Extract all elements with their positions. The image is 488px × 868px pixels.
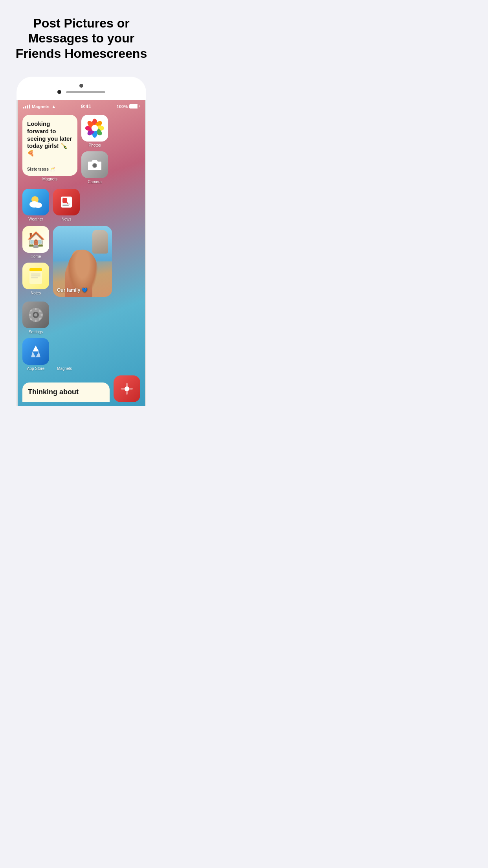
svg-rect-17 <box>62 205 69 206</box>
status-bar: Magnets ▲ 9:41 100% <box>18 100 145 111</box>
row-4: Settings App Store Magnets <box>22 302 140 371</box>
app-camera[interactable]: Camera <box>81 151 108 184</box>
app-settings[interactable]: Settings <box>22 302 49 334</box>
svg-rect-21 <box>31 276 40 276</box>
svg-point-25 <box>34 313 37 316</box>
carrier-name: Magnets <box>32 104 50 109</box>
row-4-left: Settings App Store <box>22 302 49 371</box>
settings-icon <box>22 302 49 328</box>
app-home[interactable]: 🏠 Home <box>22 226 49 259</box>
svg-rect-27 <box>35 320 37 322</box>
battery-icon <box>129 104 139 108</box>
svg-point-8 <box>92 125 98 132</box>
photos-icon <box>81 115 108 142</box>
magnets-photo-label: Magnets <box>57 366 72 371</box>
battery-percent: 100% <box>117 104 128 109</box>
news-icon <box>53 189 80 215</box>
wifi-icon: ▲ <box>52 104 56 108</box>
row-2: Weather News <box>22 189 140 221</box>
svg-rect-22 <box>31 278 38 278</box>
page-dot-active <box>57 90 61 94</box>
home-label: Home <box>31 254 41 259</box>
svg-rect-29 <box>40 314 43 316</box>
home-screen: Looking forward to seeing you later toda… <box>18 111 145 406</box>
status-right: 100% <box>117 104 139 109</box>
magnets-widget-label: Magnets <box>22 177 77 181</box>
bottom-small-icon[interactable] <box>114 375 140 402</box>
magnets-widget-from: Sisterssss 🥂 <box>27 167 73 172</box>
header-section: Post Pictures or Messages to your Friend… <box>0 0 163 69</box>
home-indicator <box>66 91 105 93</box>
notes-label: Notes <box>31 291 41 295</box>
bottom-widget[interactable]: Thinking about <box>22 383 110 402</box>
status-left: Magnets ▲ <box>23 104 56 109</box>
svg-rect-16 <box>62 204 70 204</box>
status-time: 9:41 <box>81 103 91 109</box>
weather-label: Weather <box>28 217 43 221</box>
row-1-right: Photos Camera <box>81 115 108 184</box>
front-camera <box>79 84 83 88</box>
magnets-widget[interactable]: Looking forward to seeing you later toda… <box>22 115 77 176</box>
magnets-widget-wrapper: Looking forward to seeing you later toda… <box>22 115 77 184</box>
bottom-widget-text: Thinking about <box>28 388 104 396</box>
app-photos[interactable]: Photos <box>81 115 108 147</box>
magnets-photo-label-area: Magnets <box>57 302 72 371</box>
app-store[interactable]: App Store <box>22 338 49 371</box>
svg-rect-36 <box>121 388 133 390</box>
row-1: Looking forward to seeing you later toda… <box>22 115 140 184</box>
photo-widget: Our family 💙 <box>53 226 112 297</box>
app-notes[interactable]: Notes <box>22 263 49 295</box>
camera-icon <box>81 151 108 178</box>
camera-label: Camera <box>88 180 102 184</box>
photo-widget-image <box>53 226 112 297</box>
svg-rect-20 <box>31 274 40 274</box>
photo-widget-wrapper[interactable]: Our family 💙 <box>53 226 112 297</box>
svg-rect-26 <box>35 308 37 310</box>
signal-icon <box>23 105 30 108</box>
news-label: News <box>61 217 71 221</box>
home-icon: 🏠 <box>22 226 49 253</box>
bottom-row: Thinking about <box>22 375 140 402</box>
appstore-icon <box>22 338 49 365</box>
app-news[interactable]: News <box>53 189 80 221</box>
photos-label: Photos <box>88 143 101 147</box>
row-3-left: 🏠 Home Notes <box>22 226 49 297</box>
svg-rect-28 <box>29 314 31 316</box>
header-title: Post Pictures or Messages to your Friend… <box>12 16 151 61</box>
photo-widget-label: Our family 💙 <box>57 287 88 293</box>
page-indicators <box>57 90 105 94</box>
svg-point-10 <box>93 164 96 167</box>
settings-label: Settings <box>29 330 43 334</box>
appstore-label: App Store <box>27 366 44 371</box>
phone-body-top <box>17 77 146 100</box>
weather-icon <box>22 189 49 215</box>
svg-point-13 <box>34 202 42 208</box>
magnets-widget-message: Looking forward to seeing you later toda… <box>27 120 73 157</box>
notes-icon <box>22 263 49 289</box>
app-weather[interactable]: Weather <box>22 189 49 221</box>
svg-rect-19 <box>29 268 42 271</box>
phone-top <box>0 69 163 100</box>
phone-screen: Magnets ▲ 9:41 100% Looking forward to s… <box>17 100 146 406</box>
row-3: 🏠 Home Notes <box>22 226 140 297</box>
